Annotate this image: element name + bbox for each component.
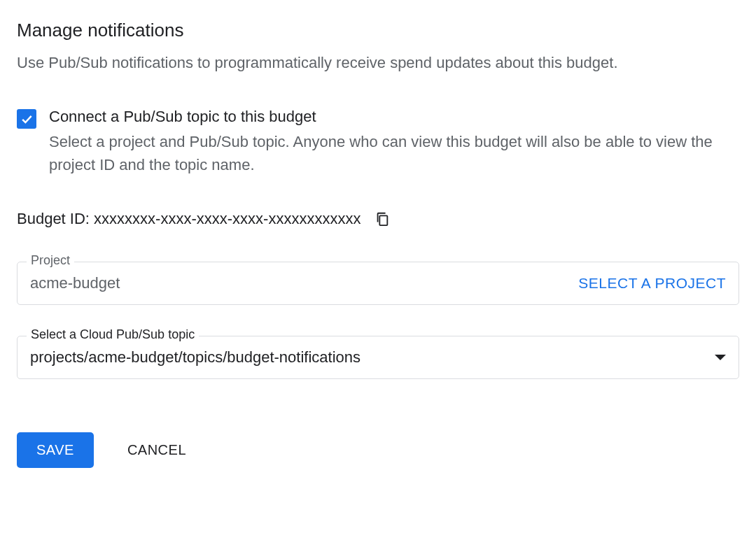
- checkmark-icon: [20, 112, 34, 126]
- pubsub-checkbox-description: Select a project and Pub/Sub topic. Anyo…: [49, 130, 739, 176]
- project-field-box: acme-budget SELECT A PROJECT: [17, 262, 739, 305]
- topic-field-label: Select a Cloud Pub/Sub topic: [27, 327, 199, 342]
- project-field-label: Project: [27, 253, 74, 268]
- chevron-down-icon: [715, 355, 726, 360]
- pubsub-checkbox-row: Connect a Pub/Sub topic to this budget S…: [17, 108, 739, 176]
- page-title: Manage notifications: [17, 20, 739, 41]
- pubsub-checkbox[interactable]: [17, 109, 36, 129]
- pubsub-checkbox-content: Connect a Pub/Sub topic to this budget S…: [49, 108, 739, 176]
- save-button[interactable]: SAVE: [17, 432, 94, 468]
- cancel-button[interactable]: CANCEL: [127, 442, 186, 458]
- pubsub-checkbox-label: Connect a Pub/Sub topic to this budget: [49, 108, 739, 126]
- project-field-value: acme-budget: [30, 274, 120, 292]
- copy-icon[interactable]: [374, 211, 390, 227]
- action-buttons: SAVE CANCEL: [17, 432, 739, 468]
- svg-rect-0: [380, 215, 388, 225]
- select-project-button[interactable]: SELECT A PROJECT: [578, 275, 726, 292]
- project-field-group: Project acme-budget SELECT A PROJECT: [17, 262, 739, 305]
- budget-id-text: Budget ID: xxxxxxxx-xxxx-xxxx-xxxx-xxxxx…: [17, 210, 360, 228]
- topic-field-group: Select a Cloud Pub/Sub topic projects/ac…: [17, 336, 739, 379]
- budget-id-row: Budget ID: xxxxxxxx-xxxx-xxxx-xxxx-xxxxx…: [17, 210, 739, 228]
- topic-field-value: projects/acme-budget/topics/budget-notif…: [30, 348, 360, 367]
- page-subtitle: Use Pub/Sub notifications to programmati…: [17, 52, 739, 74]
- topic-dropdown[interactable]: projects/acme-budget/topics/budget-notif…: [17, 336, 739, 379]
